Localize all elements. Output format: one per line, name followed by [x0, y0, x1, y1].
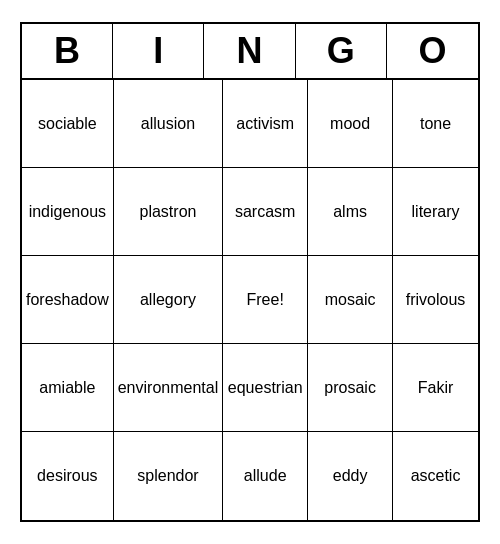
bingo-cell-21[interactable]: splendor: [114, 432, 224, 520]
bingo-cell-18[interactable]: prosaic: [308, 344, 393, 432]
bingo-cell-5[interactable]: indigenous: [22, 168, 114, 256]
bingo-cell-0[interactable]: sociable: [22, 80, 114, 168]
bingo-cell-text-22: allude: [244, 466, 287, 485]
header-letter-N: N: [204, 24, 295, 78]
bingo-cell-15[interactable]: amiable: [22, 344, 114, 432]
bingo-cell-17[interactable]: equestrian: [223, 344, 308, 432]
bingo-cell-text-24: ascetic: [411, 466, 461, 485]
bingo-cell-10[interactable]: foreshadow: [22, 256, 114, 344]
bingo-cell-text-18: prosaic: [324, 378, 376, 397]
bingo-cell-text-2: activism: [236, 114, 294, 133]
bingo-cell-7[interactable]: sarcasm: [223, 168, 308, 256]
bingo-cell-text-14: frivolous: [406, 290, 466, 309]
bingo-cell-13[interactable]: mosaic: [308, 256, 393, 344]
bingo-cell-24[interactable]: ascetic: [393, 432, 478, 520]
bingo-cell-text-3: mood: [330, 114, 370, 133]
bingo-cell-6[interactable]: plastron: [114, 168, 224, 256]
bingo-cell-23[interactable]: eddy: [308, 432, 393, 520]
bingo-cell-text-1: allusion: [141, 114, 195, 133]
bingo-cell-text-0: sociable: [38, 114, 97, 133]
bingo-cell-1[interactable]: allusion: [114, 80, 224, 168]
bingo-cell-4[interactable]: tone: [393, 80, 478, 168]
bingo-cell-14[interactable]: frivolous: [393, 256, 478, 344]
header-letter-B: B: [22, 24, 113, 78]
bingo-cell-text-13: mosaic: [325, 290, 376, 309]
bingo-cell-8[interactable]: alms: [308, 168, 393, 256]
bingo-cell-12[interactable]: Free!: [223, 256, 308, 344]
bingo-cell-19[interactable]: Fakir: [393, 344, 478, 432]
bingo-cell-text-20: desirous: [37, 466, 97, 485]
bingo-grid: sociableallusionactivismmoodtoneindigeno…: [22, 80, 478, 520]
bingo-cell-3[interactable]: mood: [308, 80, 393, 168]
bingo-cell-text-5: indigenous: [29, 202, 106, 221]
bingo-cell-text-6: plastron: [140, 202, 197, 221]
bingo-cell-9[interactable]: literary: [393, 168, 478, 256]
bingo-cell-text-9: literary: [412, 202, 460, 221]
bingo-cell-text-23: eddy: [333, 466, 368, 485]
bingo-cell-20[interactable]: desirous: [22, 432, 114, 520]
bingo-card: BINGO sociableallusionactivismmoodtonein…: [20, 22, 480, 522]
bingo-header: BINGO: [22, 24, 478, 80]
header-letter-G: G: [296, 24, 387, 78]
bingo-cell-11[interactable]: allegory: [114, 256, 224, 344]
header-letter-I: I: [113, 24, 204, 78]
bingo-cell-2[interactable]: activism: [223, 80, 308, 168]
bingo-cell-text-17: equestrian: [228, 378, 303, 397]
bingo-cell-22[interactable]: allude: [223, 432, 308, 520]
bingo-cell-text-8: alms: [333, 202, 367, 221]
bingo-cell-text-21: splendor: [137, 466, 198, 485]
bingo-cell-text-7: sarcasm: [235, 202, 295, 221]
bingo-cell-16[interactable]: environmental: [114, 344, 224, 432]
bingo-cell-text-4: tone: [420, 114, 451, 133]
bingo-cell-text-15: amiable: [39, 378, 95, 397]
bingo-cell-text-12: Free!: [247, 290, 284, 309]
header-letter-O: O: [387, 24, 478, 78]
bingo-cell-text-11: allegory: [140, 290, 196, 309]
bingo-cell-text-16: environmental: [118, 378, 219, 397]
bingo-cell-text-19: Fakir: [418, 378, 454, 397]
bingo-cell-text-10: foreshadow: [26, 290, 109, 309]
